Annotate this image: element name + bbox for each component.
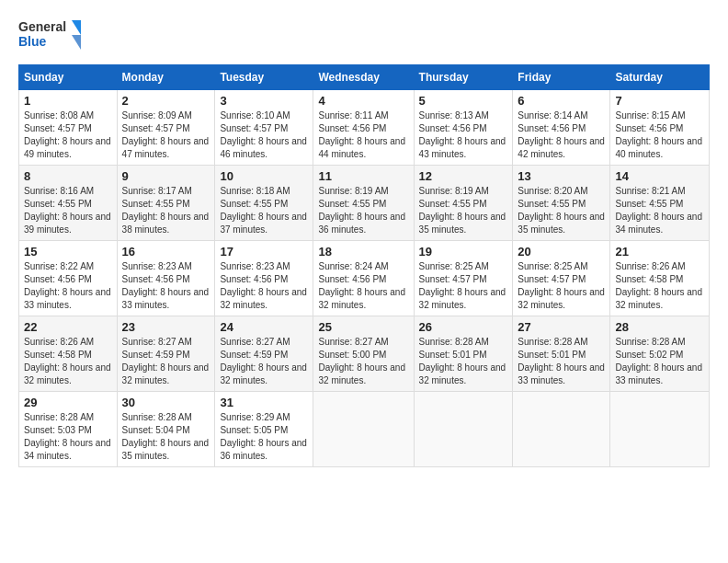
day-info: Sunrise: 8:26 AMSunset: 4:58 PMDaylight:… [615,260,704,312]
day-info: Sunrise: 8:28 AMSunset: 5:01 PMDaylight:… [518,336,605,387]
calendar-cell [610,392,710,467]
day-info: Sunrise: 8:13 AMSunset: 4:56 PMDaylight:… [419,109,508,161]
col-header-wednesday: Wednesday [313,65,414,90]
calendar-cell: 29Sunrise: 8:28 AMSunset: 5:03 PMDayligh… [19,392,118,467]
day-number: 22 [24,320,112,334]
logo: General Blue [18,17,83,55]
calendar-cell: 11Sunrise: 8:19 AMSunset: 4:55 PMDayligh… [313,166,414,241]
svg-marker-2 [72,20,81,35]
day-info: Sunrise: 8:18 AMSunset: 4:55 PMDaylight:… [220,185,308,236]
calendar-cell: 30Sunrise: 8:28 AMSunset: 5:04 PMDayligh… [117,392,215,467]
svg-marker-3 [72,35,81,50]
day-info: Sunrise: 8:08 AMSunset: 4:57 PMDaylight:… [24,109,112,161]
day-number: 10 [220,169,308,183]
page: General Blue SundayMondayTuesdayWednesda… [0,0,728,563]
column-headers: SundayMondayTuesdayWednesdayThursdayFrid… [19,65,710,90]
calendar-cell: 31Sunrise: 8:29 AMSunset: 5:05 PMDayligh… [215,392,313,467]
week-row-2: 8Sunrise: 8:16 AMSunset: 4:55 PMDaylight… [19,166,710,241]
calendar-cell: 13Sunrise: 8:20 AMSunset: 4:55 PMDayligh… [513,166,610,241]
calendar-cell: 6Sunrise: 8:14 AMSunset: 4:56 PMDaylight… [513,90,610,166]
day-number: 14 [615,169,704,183]
day-number: 20 [518,245,605,259]
calendar-cell: 16Sunrise: 8:23 AMSunset: 4:56 PMDayligh… [117,241,215,316]
day-info: Sunrise: 8:27 AMSunset: 4:59 PMDaylight:… [122,336,210,387]
calendar-cell: 23Sunrise: 8:27 AMSunset: 4:59 PMDayligh… [117,316,215,392]
calendar-cell: 18Sunrise: 8:24 AMSunset: 4:56 PMDayligh… [313,241,414,316]
calendar-cell: 12Sunrise: 8:19 AMSunset: 4:55 PMDayligh… [414,166,513,241]
day-info: Sunrise: 8:28 AMSunset: 5:02 PMDaylight:… [615,336,704,387]
header: General Blue [18,17,710,55]
day-info: Sunrise: 8:17 AMSunset: 4:55 PMDaylight:… [122,185,210,236]
day-number: 29 [24,396,112,409]
day-number: 6 [518,94,605,108]
calendar-cell [414,392,513,467]
calendar-cell: 14Sunrise: 8:21 AMSunset: 4:55 PMDayligh… [610,166,710,241]
day-number: 9 [122,169,210,183]
col-header-saturday: Saturday [610,65,710,90]
calendar-cell: 7Sunrise: 8:15 AMSunset: 4:56 PMDaylight… [610,90,710,166]
calendar-body: 1Sunrise: 8:08 AMSunset: 4:57 PMDaylight… [19,90,710,467]
logo-svg: General Blue [18,17,83,55]
day-number: 11 [318,169,408,183]
day-info: Sunrise: 8:21 AMSunset: 4:55 PMDaylight:… [615,185,704,236]
col-header-friday: Friday [513,65,610,90]
day-number: 3 [220,94,308,108]
calendar-cell: 19Sunrise: 8:25 AMSunset: 4:57 PMDayligh… [414,241,513,316]
day-info: Sunrise: 8:28 AMSunset: 5:01 PMDaylight:… [419,336,508,387]
calendar-cell: 8Sunrise: 8:16 AMSunset: 4:55 PMDaylight… [19,166,118,241]
day-number: 25 [318,320,408,334]
day-number: 4 [318,94,408,108]
day-number: 27 [518,320,605,334]
calendar-cell: 20Sunrise: 8:25 AMSunset: 4:57 PMDayligh… [513,241,610,316]
calendar-cell: 10Sunrise: 8:18 AMSunset: 4:55 PMDayligh… [215,166,313,241]
day-number: 13 [518,169,605,183]
day-info: Sunrise: 8:22 AMSunset: 4:56 PMDaylight:… [24,260,112,312]
calendar-cell: 15Sunrise: 8:22 AMSunset: 4:56 PMDayligh… [19,241,118,316]
day-info: Sunrise: 8:27 AMSunset: 5:00 PMDaylight:… [318,336,408,387]
day-number: 28 [615,320,704,334]
day-info: Sunrise: 8:29 AMSunset: 5:05 PMDaylight:… [220,411,308,463]
day-number: 18 [318,245,408,259]
day-info: Sunrise: 8:09 AMSunset: 4:57 PMDaylight:… [122,109,210,161]
day-number: 24 [220,320,308,334]
calendar-cell: 21Sunrise: 8:26 AMSunset: 4:58 PMDayligh… [610,241,710,316]
day-info: Sunrise: 8:23 AMSunset: 4:56 PMDaylight:… [122,260,210,312]
week-row-5: 29Sunrise: 8:28 AMSunset: 5:03 PMDayligh… [19,392,710,467]
day-number: 23 [122,320,210,334]
day-info: Sunrise: 8:19 AMSunset: 4:55 PMDaylight:… [419,185,508,236]
col-header-monday: Monday [117,65,215,90]
calendar-cell: 25Sunrise: 8:27 AMSunset: 5:00 PMDayligh… [313,316,414,392]
day-info: Sunrise: 8:16 AMSunset: 4:55 PMDaylight:… [24,185,112,236]
day-info: Sunrise: 8:28 AMSunset: 5:03 PMDaylight:… [24,411,112,463]
day-number: 5 [419,94,508,108]
calendar-cell: 4Sunrise: 8:11 AMSunset: 4:56 PMDaylight… [313,90,414,166]
week-row-4: 22Sunrise: 8:26 AMSunset: 4:58 PMDayligh… [19,316,710,392]
col-header-sunday: Sunday [19,65,118,90]
day-number: 8 [24,169,112,183]
calendar-cell: 28Sunrise: 8:28 AMSunset: 5:02 PMDayligh… [610,316,710,392]
day-number: 7 [615,94,704,108]
day-number: 16 [122,245,210,259]
day-info: Sunrise: 8:20 AMSunset: 4:55 PMDaylight:… [518,185,605,236]
svg-text:General: General [18,19,66,34]
calendar-cell: 2Sunrise: 8:09 AMSunset: 4:57 PMDaylight… [117,90,215,166]
svg-text:Blue: Blue [18,34,47,49]
day-info: Sunrise: 8:14 AMSunset: 4:56 PMDaylight:… [518,109,605,161]
week-row-3: 15Sunrise: 8:22 AMSunset: 4:56 PMDayligh… [19,241,710,316]
day-info: Sunrise: 8:19 AMSunset: 4:55 PMDaylight:… [318,185,408,236]
calendar-cell: 5Sunrise: 8:13 AMSunset: 4:56 PMDaylight… [414,90,513,166]
day-number: 19 [419,245,508,259]
col-header-thursday: Thursday [414,65,513,90]
day-info: Sunrise: 8:28 AMSunset: 5:04 PMDaylight:… [122,411,210,463]
day-number: 2 [122,94,210,108]
calendar-cell: 3Sunrise: 8:10 AMSunset: 4:57 PMDaylight… [215,90,313,166]
day-number: 1 [24,94,112,108]
day-info: Sunrise: 8:11 AMSunset: 4:56 PMDaylight:… [318,109,408,161]
day-info: Sunrise: 8:26 AMSunset: 4:58 PMDaylight:… [24,336,112,387]
calendar-cell: 9Sunrise: 8:17 AMSunset: 4:55 PMDaylight… [117,166,215,241]
day-info: Sunrise: 8:10 AMSunset: 4:57 PMDaylight:… [220,109,308,161]
day-number: 21 [615,245,704,259]
calendar-cell: 26Sunrise: 8:28 AMSunset: 5:01 PMDayligh… [414,316,513,392]
calendar-cell: 27Sunrise: 8:28 AMSunset: 5:01 PMDayligh… [513,316,610,392]
day-info: Sunrise: 8:25 AMSunset: 4:57 PMDaylight:… [419,260,508,312]
